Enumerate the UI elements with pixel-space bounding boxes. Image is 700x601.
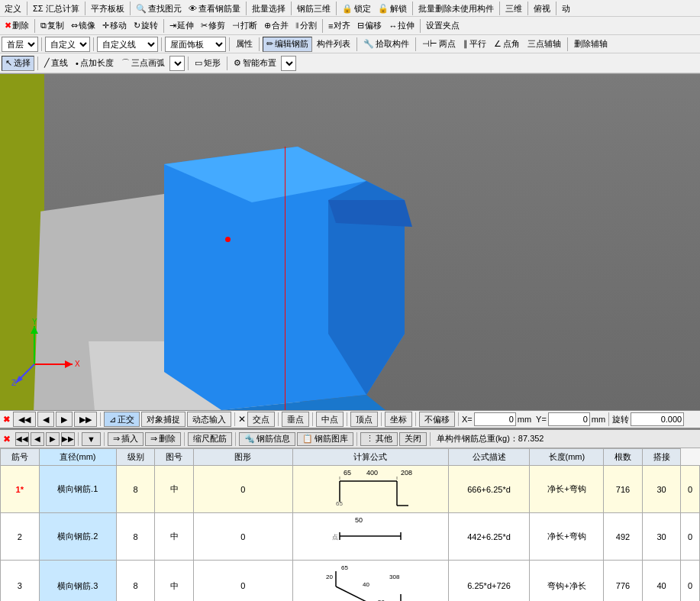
- line-draw-btn[interactable]: ╱ 直线: [41, 56, 71, 71]
- row2-name: 横向钢筋.2: [39, 513, 116, 561]
- 3d-viewport[interactable]: X Y Z: [0, 74, 700, 410]
- smart-select[interactable]: [281, 56, 296, 71]
- rebar-sep6: [430, 432, 431, 446]
- down-arrow-btn[interactable]: ▼: [82, 432, 101, 446]
- view-rebar-btn[interactable]: 👁 查看钢筋量: [185, 1, 244, 16]
- extend-btn[interactable]: ⇥ 延伸: [166, 18, 197, 34]
- custom-line-select[interactable]: 自定义线: [97, 37, 158, 52]
- midpoint-btn[interactable]: 中点: [316, 412, 344, 427]
- rebar-prev-btn[interactable]: ◀: [31, 432, 44, 446]
- sep3: [130, 2, 131, 15]
- grip-btn[interactable]: 设置夹点: [423, 18, 463, 34]
- edit-rebar-btn[interactable]: ✏ 编辑钢筋: [263, 37, 312, 52]
- trim-icon: ✂: [201, 21, 208, 31]
- dynamic-input-btn[interactable]: 动态输入: [187, 412, 231, 427]
- move-tool-btn[interactable]: ✛ 移动: [99, 18, 130, 34]
- three-point-axis-btn[interactable]: 三点辅轴: [524, 37, 564, 52]
- point-length-btn[interactable]: • 点加长度: [73, 56, 117, 71]
- insert-btn[interactable]: ⇒ 插入: [108, 432, 144, 446]
- no-offset-btn[interactable]: 不偏移: [419, 412, 455, 427]
- rebar-diagram-btn[interactable]: 📋 钢筋图库: [297, 432, 353, 446]
- offset-btn[interactable]: ⊟ 偏移: [354, 18, 385, 34]
- lock-btn[interactable]: 🔒 锁定: [339, 1, 374, 16]
- top-view-btn[interactable]: 俯视: [531, 1, 553, 16]
- split-btn[interactable]: ⫴ 分割: [292, 18, 320, 34]
- batch-select-btn[interactable]: 批量选择: [249, 1, 289, 16]
- align-tool-btn[interactable]: ≡ 对齐: [325, 18, 353, 34]
- smart-layout-btn[interactable]: ⚙ 智能布置: [231, 56, 279, 71]
- member-list-btn[interactable]: 构件列表: [314, 37, 353, 52]
- delete-btn[interactable]: ✖ 删除: [2, 18, 32, 34]
- rebar-info-btn[interactable]: 🔩 钢筋信息: [239, 432, 295, 446]
- select-tool-btn[interactable]: ↖ 选择: [2, 56, 34, 71]
- unlock-btn[interactable]: 🔓 解锁: [375, 1, 410, 16]
- rebar-last-btn[interactable]: ▶▶: [61, 432, 75, 446]
- pencil-icon: ✏: [266, 39, 273, 49]
- rebar-first-btn[interactable]: ◀◀: [15, 432, 29, 446]
- vertex-btn[interactable]: 顶点: [350, 412, 378, 427]
- y-coord-input[interactable]: [548, 412, 590, 426]
- rotate-btn[interactable]: ↻ 旋转: [131, 18, 161, 34]
- last-nav-btn[interactable]: ▶▶: [74, 412, 97, 427]
- toolbar-row-4: ↖ 选择 ╱ 直线 • 点加长度 ⌒ 三点画弧 ▭ 矩形 ⚙ 智能布置: [0, 53, 700, 73]
- rotate-input[interactable]: [631, 412, 684, 426]
- snap-btn[interactable]: 对象捕捉: [141, 412, 185, 427]
- table-row[interactable]: 3 横向钢筋.3 8 中 0: [1, 561, 700, 602]
- custom-select[interactable]: 自定义: [45, 37, 90, 52]
- table-row[interactable]: 1* 横向钢筋.1 8 中 0: [1, 466, 700, 513]
- rotate-label: 旋转: [612, 414, 629, 425]
- svg-text:208: 208: [401, 469, 412, 477]
- toolbar-row-3: 首层 自定义 自定义线 屋面饰板 属性 ✏ 编辑钢筋 构件列表 🔧 拾取构件 ⊣…: [0, 35, 700, 53]
- sep15: [41, 37, 42, 51]
- scale-rebar-btn[interactable]: 缩尺配筋: [188, 432, 232, 446]
- table-row[interactable]: 2 横向钢筋.2 8 中 0: [1, 513, 700, 561]
- ortho-btn[interactable]: ⊿ 正交: [104, 412, 140, 427]
- batch-delete-unused-btn[interactable]: 批量删除未使用构件: [415, 1, 497, 16]
- stretch-btn[interactable]: ↔ 拉伸: [385, 18, 418, 34]
- parallel-btn[interactable]: ∥ 平行: [460, 37, 489, 52]
- delete-axis-btn[interactable]: 删除辅轴: [571, 37, 611, 52]
- floor-select[interactable]: 屋面饰板: [165, 37, 226, 52]
- x-coord-input[interactable]: [474, 412, 516, 426]
- find-element-btn[interactable]: 🔍 查找图元: [133, 1, 185, 16]
- col-header-count: 根数: [604, 449, 643, 466]
- dynamic-btn[interactable]: 动: [559, 1, 573, 16]
- coord-btn[interactable]: 坐标: [385, 412, 412, 427]
- rebar-3d-btn[interactable]: 钢筋三维: [294, 1, 334, 16]
- close-panel-btn[interactable]: 关闭: [399, 432, 427, 446]
- mirror-btn[interactable]: ⇔ 镜像: [68, 18, 98, 34]
- next-nav-btn[interactable]: ▶: [56, 412, 73, 427]
- perp-btn[interactable]: 垂点: [282, 412, 309, 427]
- intersect-btn[interactable]: 交点: [247, 412, 275, 427]
- rebar-next-btn[interactable]: ▶: [46, 432, 60, 446]
- sep17: [161, 37, 162, 51]
- sum-calc-btn[interactable]: Σ Σ 汇总计算: [30, 1, 82, 16]
- property-btn[interactable]: 属性: [233, 37, 256, 52]
- merge-btn[interactable]: ⊕ 合并: [261, 18, 292, 34]
- shape-diagram-2: 50 点: [324, 515, 416, 557]
- row2-diameter: 8: [116, 513, 155, 561]
- three-point-arc-btn[interactable]: ⌒ 三点画弧: [118, 56, 168, 71]
- rect-draw-btn[interactable]: ▭ 矩形: [192, 56, 224, 71]
- row3-id: 3: [1, 561, 40, 602]
- layer-select[interactable]: 首层: [2, 37, 38, 52]
- angle-icon: ∠: [494, 39, 502, 49]
- define-btn[interactable]: 定义: [2, 1, 24, 16]
- first-nav-btn[interactable]: ◀◀: [13, 412, 36, 427]
- row1-length: 716: [604, 466, 643, 513]
- cross-icon: ✕: [238, 414, 246, 425]
- rebar-delete-btn[interactable]: ⇒ 删除: [145, 432, 181, 446]
- arc-select[interactable]: [169, 56, 185, 71]
- rebar-diag-icon: 📋: [302, 434, 313, 444]
- align-floor-btn[interactable]: 平齐板板: [88, 1, 127, 16]
- trim-btn[interactable]: ✂ 修剪: [198, 18, 228, 34]
- prev-nav-btn[interactable]: ◀: [37, 412, 54, 427]
- copy-btn[interactable]: ⧉ 复制: [37, 18, 67, 34]
- other-btn[interactable]: ⋮ 其他: [360, 432, 398, 446]
- 3d-view-btn[interactable]: 三维: [502, 1, 525, 16]
- pick-member-btn[interactable]: 🔧 拾取构件: [360, 37, 412, 52]
- sep16: [93, 37, 94, 51]
- two-point-btn[interactable]: ⊣⊢ 两点: [419, 37, 459, 52]
- break-btn[interactable]: ⊣ 打断: [229, 18, 260, 34]
- point-angle-btn[interactable]: ∠ 点角: [491, 37, 523, 52]
